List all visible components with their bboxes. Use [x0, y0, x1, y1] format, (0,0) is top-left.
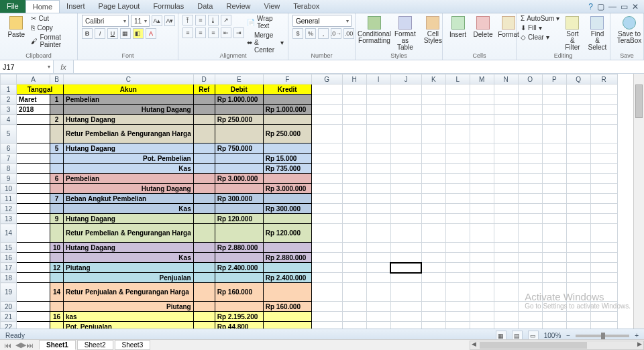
row-header-8[interactable]: 8: [1, 164, 17, 174]
cell-O6[interactable]: [518, 143, 542, 154]
cell-H6[interactable]: [342, 143, 366, 154]
cell-H13[interactable]: [342, 214, 366, 224]
cell-L19[interactable]: [445, 283, 470, 302]
cell-P8[interactable]: [542, 164, 566, 174]
tab-review[interactable]: Review: [219, 0, 257, 13]
cell-M21[interactable]: [470, 312, 494, 322]
cell-Q10[interactable]: [566, 184, 590, 194]
cell-D16[interactable]: [193, 253, 215, 263]
cell-J18[interactable]: [390, 273, 421, 283]
cell-R3[interactable]: [590, 105, 617, 115]
cell-N4[interactable]: [494, 115, 518, 125]
row-header-6[interactable]: 6: [1, 143, 17, 154]
cell-F13[interactable]: [263, 214, 311, 224]
cell-D20[interactable]: [193, 302, 215, 312]
cell-C14[interactable]: Retur Pembelian & Pengurangan Harga: [64, 224, 194, 243]
cell-Q7[interactable]: [566, 154, 590, 164]
cell-C15[interactable]: Hutang Dagang: [64, 243, 194, 253]
cell-R22[interactable]: [590, 322, 617, 329]
cell-K11[interactable]: [421, 194, 445, 204]
cell-N11[interactable]: [494, 194, 518, 204]
sheet-nav-first-icon[interactable]: ⏮: [0, 341, 15, 349]
cell-L10[interactable]: [445, 184, 470, 194]
col-header-P[interactable]: P: [542, 74, 566, 84]
col-header-I[interactable]: I: [366, 74, 390, 84]
cell-J6[interactable]: [390, 143, 421, 154]
sheet-tab-1[interactable]: Sheet1: [39, 340, 76, 350]
cell-A6[interactable]: [17, 143, 50, 154]
sheet-tab-3[interactable]: Sheet3: [115, 340, 151, 350]
col-header-L[interactable]: L: [445, 74, 470, 84]
row-header-11[interactable]: 11: [1, 194, 17, 204]
row-header-3[interactable]: 3: [1, 105, 17, 115]
underline-button[interactable]: U: [107, 28, 118, 39]
cell-L17[interactable]: [445, 263, 470, 273]
cell-E17[interactable]: Rp 2.400.000: [215, 263, 263, 273]
delete-cells-button[interactable]: Delete: [472, 15, 494, 40]
indent-increase-icon[interactable]: ⇥: [233, 27, 244, 38]
fx-icon[interactable]: fx: [54, 60, 74, 73]
cell-B7[interactable]: [50, 154, 64, 164]
cell-K20[interactable]: [421, 302, 445, 312]
cell-B3[interactable]: [50, 105, 64, 115]
cell-O4[interactable]: [518, 115, 542, 125]
cell-K21[interactable]: [421, 312, 445, 322]
cell-E22[interactable]: Rp 44.800: [215, 322, 263, 329]
cell-O15[interactable]: [518, 243, 542, 253]
cell-E8[interactable]: [215, 164, 263, 174]
cell-Q3[interactable]: [566, 105, 590, 115]
cell-B20[interactable]: [50, 302, 64, 312]
align-middle-icon[interactable]: ≡: [195, 15, 206, 25]
cell-H11[interactable]: [342, 194, 366, 204]
cell-P21[interactable]: [542, 312, 566, 322]
cell-Q12[interactable]: [566, 204, 590, 214]
cell-D6[interactable]: [193, 143, 215, 154]
cell-K16[interactable]: [421, 253, 445, 263]
font-color-button[interactable]: A: [146, 28, 156, 39]
row-header-13[interactable]: 13: [1, 214, 17, 224]
cell-J22[interactable]: [390, 322, 421, 329]
cell-O3[interactable]: [518, 105, 542, 115]
cell-G12[interactable]: [311, 204, 342, 214]
cell-A4[interactable]: [17, 115, 50, 125]
cell-E11[interactable]: Rp 300.000: [215, 194, 263, 204]
cell-R8[interactable]: [590, 164, 617, 174]
cell-Q4[interactable]: [566, 115, 590, 125]
cell-D10[interactable]: [193, 184, 215, 194]
cell-E3[interactable]: [215, 105, 263, 115]
cell-J10[interactable]: [390, 184, 421, 194]
cell-A3[interactable]: 2018: [17, 105, 50, 115]
cell-D2[interactable]: [193, 95, 215, 105]
cell-K2[interactable]: [421, 95, 445, 105]
cell-G11[interactable]: [311, 194, 342, 204]
cell-P7[interactable]: [542, 154, 566, 164]
help-icon[interactable]: ?: [588, 2, 593, 11]
cell-I2[interactable]: [366, 95, 390, 105]
find-select-button[interactable]: Find & Select: [586, 15, 610, 52]
cell-N8[interactable]: [494, 164, 518, 174]
cell-E18[interactable]: [215, 273, 263, 283]
cell-Q2[interactable]: [566, 95, 590, 105]
col-header-N[interactable]: N: [494, 74, 518, 84]
name-box[interactable]: J17: [0, 60, 54, 73]
cell-A1[interactable]: Tanggal: [17, 84, 64, 95]
percent-icon[interactable]: %: [305, 28, 316, 39]
cell-H19[interactable]: [342, 283, 366, 302]
cell-G5[interactable]: [311, 125, 342, 143]
conditional-formatting-button[interactable]: Conditional Formatting: [360, 15, 389, 46]
cell-J2[interactable]: [390, 95, 421, 105]
cell-F1[interactable]: Kredit: [263, 84, 311, 95]
sheet-nav-prev-icon[interactable]: ◀: [15, 341, 21, 349]
cell-R15[interactable]: [590, 243, 617, 253]
increase-decimal-icon[interactable]: .0→: [331, 28, 341, 39]
comma-icon[interactable]: ,: [318, 28, 329, 39]
cell-P5[interactable]: [542, 125, 566, 143]
cell-K15[interactable]: [421, 243, 445, 253]
cell-M19[interactable]: [470, 283, 494, 302]
cell-A10[interactable]: [17, 184, 50, 194]
fill-button[interactable]: ⬇ Fill ▾: [521, 24, 559, 32]
cell-N19[interactable]: [494, 283, 518, 302]
cell-H1[interactable]: [342, 84, 366, 95]
cell-K17[interactable]: [421, 263, 445, 273]
cell-C6[interactable]: Hutang Dagang: [64, 143, 194, 154]
